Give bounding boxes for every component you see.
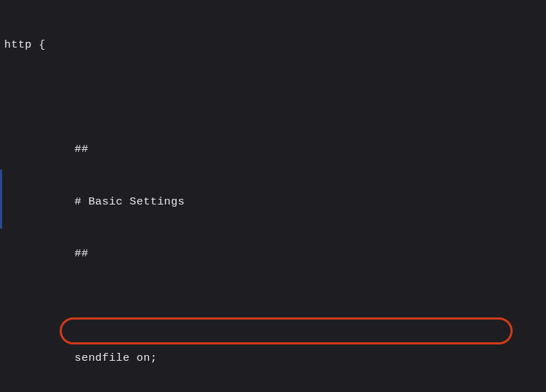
code-line: http { bbox=[4, 36, 546, 54]
code-editor[interactable]: http { ## # Basic Settings ## sendfile o… bbox=[0, 0, 546, 392]
code-line: # Basic Settings bbox=[4, 193, 546, 211]
code-line bbox=[4, 298, 546, 315]
code-line bbox=[4, 89, 546, 107]
code-line: ## bbox=[4, 141, 546, 158]
code-line: ## bbox=[4, 245, 546, 263]
code-line: sendfile on; bbox=[4, 349, 546, 367]
